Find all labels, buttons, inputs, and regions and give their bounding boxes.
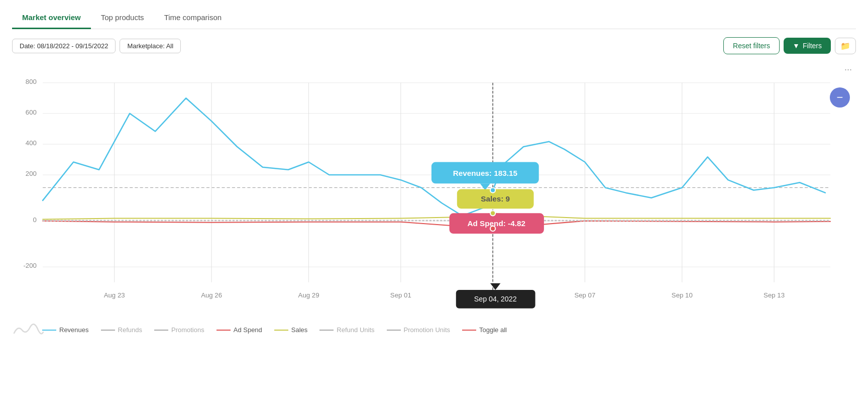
legend-refund-units[interactable]: Refund Units	[319, 326, 374, 334]
svg-text:600: 600	[26, 109, 37, 116]
legend-promotion-units[interactable]: Promotion Units	[387, 326, 450, 334]
svg-text:800: 800	[26, 78, 37, 85]
filter-row: Date: 08/18/2022 - 09/15/2022 Marketplac…	[12, 37, 856, 54]
bottom-logo	[12, 322, 44, 339]
line-chart: 800 600 400 200 0 -200	[12, 62, 856, 318]
legend-label-sales: Sales	[291, 326, 308, 334]
chart-container: ··· − 800 600 400 200 0 -200	[12, 62, 856, 318]
svg-text:Sep 10: Sep 10	[672, 291, 693, 299]
tab-bar: Market overview Top products Time compar…	[12, 8, 856, 29]
svg-text:Sep 01: Sep 01	[390, 291, 411, 299]
svg-text:400: 400	[26, 139, 37, 147]
legend-revenues[interactable]: Revenues	[42, 326, 89, 334]
date-filter-chip[interactable]: Date: 08/18/2022 - 09/15/2022	[12, 39, 116, 53]
legend-line-promotion-units	[387, 330, 401, 331]
legend-line-refunds	[101, 330, 115, 331]
legend-sales[interactable]: Sales	[274, 326, 308, 334]
tab-time-comparison[interactable]: Time comparison	[154, 8, 232, 29]
legend-line-promotions	[154, 330, 168, 331]
legend-label-adspend: Ad Spend	[234, 326, 262, 334]
svg-text:Ad Spend: -4.82: Ad Spend: -4.82	[468, 219, 525, 228]
svg-text:Aug 29: Aug 29	[298, 291, 319, 299]
legend-adspend[interactable]: Ad Spend	[216, 326, 262, 334]
filters-button-label: Filters	[803, 42, 822, 50]
legend-line-revenues	[42, 330, 56, 331]
svg-text:Sales: 9: Sales: 9	[481, 194, 510, 203]
svg-text:0: 0	[33, 216, 37, 224]
legend-line-sales	[274, 330, 288, 331]
svg-text:Aug 26: Aug 26	[201, 291, 222, 299]
tab-market-overview[interactable]: Market overview	[12, 8, 91, 29]
svg-text:Revenues: 183.15: Revenues: 183.15	[453, 169, 518, 177]
legend-toggle-all[interactable]: Toggle all	[462, 326, 507, 334]
svg-text:Sep 04, 2022: Sep 04, 2022	[474, 295, 517, 303]
svg-point-41	[490, 226, 495, 231]
tab-top-products[interactable]: Top products	[91, 8, 154, 29]
legend-line-toggle-all	[462, 330, 476, 331]
svg-marker-39	[490, 283, 500, 290]
svg-text:Sep 13: Sep 13	[764, 291, 785, 299]
filters-button[interactable]: ▼ Filters	[784, 38, 831, 54]
more-options-button[interactable]: ···	[840, 62, 856, 77]
zoom-out-button[interactable]: −	[830, 87, 850, 108]
marketplace-filter-chip[interactable]: Marketplace: All	[120, 39, 181, 53]
legend-label-promotions: Promotions	[171, 326, 204, 334]
legend-label-refunds: Refunds	[118, 326, 142, 334]
legend-label-promotion-units: Promotion Units	[404, 326, 450, 334]
legend-label-toggle-all: Toggle all	[479, 326, 507, 334]
svg-text:Sep 07: Sep 07	[574, 291, 595, 299]
legend-label-revenues: Revenues	[59, 326, 89, 334]
svg-text:200: 200	[26, 170, 37, 177]
svg-text:Aug 23: Aug 23	[104, 291, 125, 299]
svg-text:-200: -200	[23, 262, 36, 269]
filter-actions: Reset filters ▼ Filters 📁	[723, 37, 856, 54]
svg-point-40	[490, 187, 495, 192]
legend-promotions[interactable]: Promotions	[154, 326, 204, 334]
svg-point-42	[490, 211, 495, 216]
legend-refunds[interactable]: Refunds	[101, 326, 142, 334]
legend-line-adspend	[216, 330, 231, 331]
folder-button[interactable]: 📁	[835, 38, 856, 54]
filter-chips: Date: 08/18/2022 - 09/15/2022 Marketplac…	[12, 39, 181, 53]
legend-line-refund-units	[319, 330, 334, 331]
legend-label-refund-units: Refund Units	[337, 326, 374, 334]
reset-filters-button[interactable]: Reset filters	[723, 37, 780, 54]
chart-legend: Revenues Refunds Promotions Ad Spend Sal…	[12, 322, 856, 336]
filter-icon: ▼	[793, 42, 800, 50]
